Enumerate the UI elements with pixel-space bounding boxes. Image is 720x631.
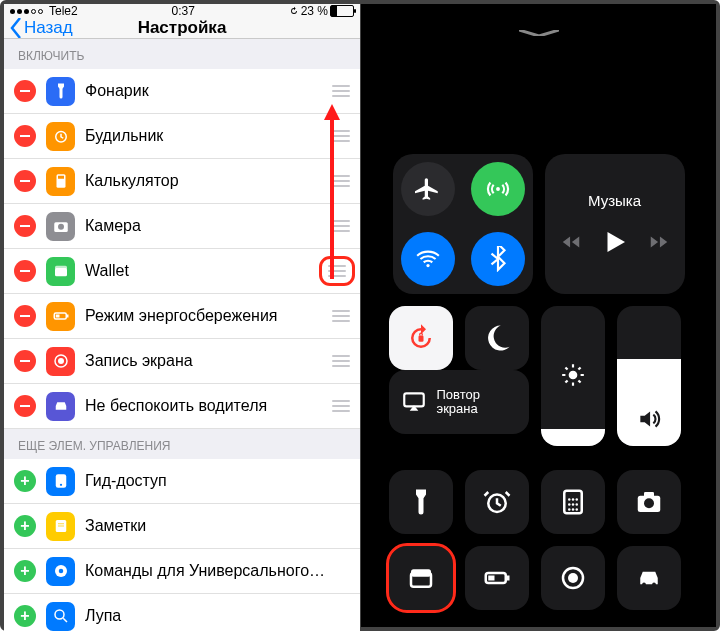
speaker-icon [636,406,662,432]
clock: 0:37 [171,4,194,18]
svg-point-43 [575,503,578,506]
item-label: Запись экрана [85,352,330,370]
driving-dnd-tile[interactable] [617,546,681,610]
prev-track-icon[interactable] [560,231,582,253]
battery-pct: 23 % [301,4,328,18]
music-controls [560,227,670,257]
volume-slider[interactable] [617,306,681,446]
orientation-lock-icon [406,323,436,353]
svg-point-11 [58,358,64,364]
drag-handle[interactable] [330,130,352,142]
universal-icon [46,557,75,586]
item-label: Команды для Универсального… [85,562,352,580]
drag-handle[interactable] [330,400,352,412]
notes-icon [46,512,75,541]
svg-point-38 [568,498,571,501]
music-card[interactable]: Музыка [545,154,685,294]
list-item: Команды для Универсального… [4,549,360,594]
mirror-label: Повтор экрана [437,388,517,417]
remove-button[interactable] [14,350,36,372]
item-label: Лупа [85,607,352,625]
svg-point-44 [568,508,571,511]
drag-handle[interactable] [330,175,352,187]
moon-icon [482,323,512,353]
remove-button[interactable] [14,260,36,282]
add-button[interactable] [14,605,36,627]
screen-record-tile[interactable] [541,546,605,610]
list-item: Камера [4,204,360,249]
cellular-icon [485,176,511,202]
lowpower-tile[interactable] [465,546,529,610]
drag-handle[interactable] [330,310,352,322]
svg-point-58 [652,582,656,586]
item-label: Режим энергосбережения [85,307,330,325]
svg-rect-8 [67,315,69,318]
dnd-tile[interactable] [465,306,529,370]
camera-tile[interactable] [617,470,681,534]
nav-header: Назад Настройка [4,18,360,39]
list-item: Гид-доступ [4,459,360,504]
calculator-tile[interactable] [541,470,605,534]
list-item: Wallet [4,249,360,294]
grabber-icon[interactable] [519,22,559,28]
svg-rect-25 [418,336,423,342]
remove-button[interactable] [14,215,36,237]
item-label: Wallet [85,262,322,280]
airplane-toggle[interactable] [401,162,455,216]
bluetooth-toggle[interactable] [471,232,525,286]
remove-button[interactable] [14,305,36,327]
bluetooth-icon [485,246,511,272]
remove-button[interactable] [14,395,36,417]
screen-mirroring-tile[interactable]: Повтор экрана [389,370,529,434]
drag-handle[interactable] [330,85,352,97]
cellular-toggle[interactable] [471,162,525,216]
svg-point-41 [568,503,571,506]
remove-button[interactable] [14,170,36,192]
svg-rect-49 [644,492,654,497]
signal-dots: Tele2 [10,4,78,18]
svg-point-42 [571,503,574,506]
record-icon [558,563,588,593]
svg-line-32 [578,380,580,382]
wifi-toggle[interactable] [401,232,455,286]
play-icon[interactable] [600,227,630,257]
camera-icon [46,212,75,241]
battery-indicator: 23 % [289,4,354,18]
svg-point-39 [571,498,574,501]
record-icon [46,347,75,376]
drag-handle[interactable] [330,355,352,367]
more-list: Гид-доступЗаметкиКоманды для Универсальн… [4,459,360,631]
svg-point-13 [59,484,61,486]
drag-handle[interactable] [322,259,352,283]
drag-handle[interactable] [330,220,352,232]
remove-button[interactable] [14,125,36,147]
item-label: Фонарик [85,82,330,100]
flashlight-tile[interactable] [389,470,453,534]
svg-point-56 [568,573,578,583]
brightness-slider[interactable] [541,306,605,446]
svg-rect-9 [55,315,59,318]
control-center-pane: Музыка Повтор экрана [361,4,716,627]
remove-button[interactable] [14,80,36,102]
add-button[interactable] [14,560,36,582]
svg-rect-6 [55,266,67,270]
wallet-tile[interactable] [389,546,453,610]
list-item: Режим энергосбережения [4,294,360,339]
settings-pane: Tele2 0:37 23 % Назад Настройка Включить… [4,4,361,627]
svg-point-46 [575,508,578,511]
include-list: ФонарикБудильникКалькуляторКамераWalletР… [4,69,360,429]
status-bar: Tele2 0:37 23 % [4,4,360,18]
svg-rect-54 [488,576,494,581]
alarm-tile[interactable] [465,470,529,534]
next-track-icon[interactable] [648,231,670,253]
wifi-icon [415,246,441,272]
item-label: Камера [85,217,330,235]
add-button[interactable] [14,515,36,537]
item-label: Калькулятор [85,172,330,190]
back-button[interactable]: Назад [4,18,73,38]
guided-icon [46,467,75,496]
list-item: Будильник [4,114,360,159]
add-button[interactable] [14,470,36,492]
orientation-lock-tile[interactable] [389,306,453,370]
svg-point-57 [642,582,646,586]
